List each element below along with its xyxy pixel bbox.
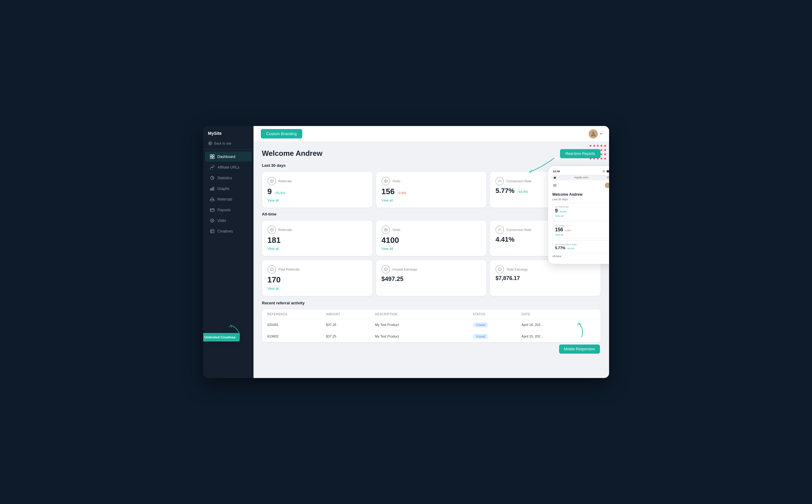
col-date: DATE bbox=[522, 313, 595, 316]
svg-rect-8 bbox=[213, 187, 214, 190]
svg-rect-10 bbox=[210, 209, 214, 212]
row1-amount: $37.25 bbox=[326, 323, 375, 327]
col-reference: REFERENCE bbox=[268, 313, 326, 316]
sidebar-item-dashboard-label: Dashboard bbox=[218, 155, 236, 159]
wifi-icon bbox=[602, 170, 605, 173]
alltime-paid-referrals-value: 170 bbox=[268, 275, 367, 284]
realtime-reports-button[interactable]: Real-time Reports bbox=[560, 149, 600, 158]
alltime-conversion-label: Conversion Rate bbox=[506, 228, 531, 232]
payouts-icon bbox=[210, 208, 215, 212]
svg-rect-3 bbox=[210, 157, 212, 159]
svg-point-28 bbox=[555, 206, 557, 208]
table-header: REFERENCE AMOUNT DESCRIPTION STATUS DATE bbox=[262, 310, 600, 319]
mobile-responsive-button[interactable]: Mobile Responsive bbox=[559, 345, 599, 354]
mobile-status-icons bbox=[602, 170, 609, 173]
welcome-title: Welcome Andrew bbox=[262, 149, 323, 158]
sidebar-item-creatives[interactable]: Creatives bbox=[205, 226, 252, 236]
last30-referrals-label: Referrals bbox=[279, 179, 292, 183]
last30-visits-card: Visits 156 9.8% View all bbox=[376, 172, 486, 208]
alltime-visits-card: Visits 4100 View all bbox=[376, 221, 486, 256]
mobile-visits-card: Visits 156 ↓9.8% View all bbox=[552, 222, 609, 239]
last30-referrals-card: Referrals 9 55.6% View all bbox=[262, 172, 372, 208]
graphs-icon bbox=[210, 186, 215, 191]
row1-status: Unpaid bbox=[473, 322, 521, 327]
mobile-referrals-change: ↑55.6% bbox=[558, 210, 567, 213]
last30-visits-view-all[interactable]: View all bbox=[381, 198, 393, 202]
svg-point-11 bbox=[211, 210, 212, 211]
alltime-total-earnings-card: $ Total Earnings $7,876.17 bbox=[490, 260, 600, 296]
mobile-nav-bar bbox=[551, 181, 609, 189]
sidebar-item-graphs-label: Graphs bbox=[218, 187, 230, 191]
visits-stat-icon bbox=[381, 177, 390, 185]
battery-icon bbox=[606, 170, 609, 173]
alltime-referrals-value: 181 bbox=[268, 236, 367, 245]
lock-icon bbox=[554, 176, 556, 179]
refresh-icon bbox=[606, 176, 609, 179]
recent-activity-label: Recent referral activity bbox=[262, 301, 600, 305]
svg-text:$: $ bbox=[271, 269, 272, 271]
alltime-paid-referrals-label: Paid Referrals bbox=[279, 268, 300, 271]
sidebar-item-graphs[interactable]: Graphs bbox=[205, 184, 252, 194]
svg-point-29 bbox=[555, 225, 557, 227]
last30-visits-change: 9.8% bbox=[397, 191, 406, 195]
visits-icon bbox=[210, 218, 215, 223]
alltime-unpaid-earnings-label: Unpaid Earnings bbox=[392, 268, 417, 271]
alltime-visits-view-all[interactable]: View all bbox=[381, 247, 393, 250]
mobile-welcome-title: Welcome Andrew bbox=[552, 192, 609, 197]
alltime-total-earnings-label: Total Earnings bbox=[506, 268, 528, 271]
svg-rect-26 bbox=[607, 171, 609, 172]
row2-amount: $37.25 bbox=[326, 334, 375, 338]
last30-conversion-value: 5.77% bbox=[495, 187, 514, 194]
mobile-referrals-value: 9 bbox=[555, 208, 558, 214]
row1-reference: 620491 bbox=[268, 323, 326, 327]
mobile-content: Welcome Andrew Last 30 days Referrals 9 … bbox=[551, 191, 609, 261]
sidebar-brand: MySite bbox=[203, 131, 254, 139]
paid-referrals-icon: $ bbox=[268, 265, 276, 274]
sidebar-item-affiliate-label: Affiliate URLs bbox=[218, 165, 240, 170]
sidebar-item-visits[interactable]: Visits bbox=[205, 215, 252, 226]
sidebar: MySite Back to site Dashboard bbox=[203, 126, 254, 378]
svg-point-12 bbox=[212, 220, 213, 221]
main-header: Custom Branding ▾ bbox=[254, 126, 609, 142]
mobile-conversion-value: 5.77% bbox=[555, 246, 565, 250]
sidebar-item-payouts[interactable]: Payouts bbox=[205, 205, 252, 215]
creatives-icon bbox=[210, 229, 215, 233]
last30-referrals-view-all[interactable]: View all bbox=[268, 198, 279, 202]
alltime-visits-icon bbox=[381, 226, 390, 234]
avatar bbox=[589, 129, 598, 138]
sidebar-item-affiliate-urls[interactable]: Affiliate URLs bbox=[205, 162, 252, 172]
svg-text:$: $ bbox=[499, 269, 500, 271]
mobile-visits-label: Visits bbox=[555, 224, 608, 227]
table-row: 620491 $37.25 My Test Product Unpaid Apr… bbox=[262, 319, 600, 331]
sidebar-item-creatives-label: Creatives bbox=[218, 229, 233, 233]
alltime-total-earnings-value: $7,876.17 bbox=[495, 275, 595, 282]
custom-branding-button[interactable]: Custom Branding bbox=[261, 129, 302, 138]
dashboard-body: Welcome Andrew Real-time Reports Last 30… bbox=[254, 142, 609, 378]
welcome-header: Welcome Andrew Real-time Reports bbox=[262, 149, 600, 158]
avatar-chevron-icon[interactable]: ▾ bbox=[600, 132, 602, 135]
row2-description: My Test Product bbox=[375, 334, 473, 338]
svg-point-30 bbox=[555, 244, 557, 246]
svg-rect-7 bbox=[212, 188, 213, 191]
svg-rect-6 bbox=[210, 189, 211, 190]
mobile-last30-label: Last 30 days bbox=[552, 198, 609, 201]
sidebar-item-referrals[interactable]: Referrals bbox=[205, 194, 252, 204]
sidebar-item-dashboard[interactable]: Dashboard bbox=[205, 152, 252, 162]
alltime-paid-referrals-view-all[interactable]: View all bbox=[268, 287, 279, 290]
sidebar-item-statistics[interactable]: Statistics bbox=[205, 173, 252, 183]
svg-point-18 bbox=[385, 229, 386, 230]
activity-table: REFERENCE AMOUNT DESCRIPTION STATUS DATE… bbox=[262, 310, 600, 342]
svg-rect-4 bbox=[213, 157, 214, 159]
last30-visits-label: Visits bbox=[392, 179, 400, 183]
row2-reference: 619802 bbox=[268, 334, 326, 338]
alltime-referrals-view-all[interactable]: View all bbox=[268, 247, 279, 250]
back-to-site-link[interactable]: Back to site bbox=[203, 139, 254, 147]
svg-point-16 bbox=[385, 181, 386, 182]
dashboard-icon bbox=[210, 154, 215, 159]
mobile-preview-panel: 10:46 mysite.com bbox=[548, 166, 609, 264]
col-amount: AMOUNT bbox=[326, 313, 375, 316]
svg-rect-27 bbox=[554, 177, 556, 179]
main-content: Custom Branding ▾ Welcome Andrew bbox=[254, 126, 609, 378]
alltime-row2-grid: $ Paid Referrals 170 View all $ bbox=[262, 260, 600, 296]
mobile-url: mysite.com bbox=[574, 176, 588, 179]
